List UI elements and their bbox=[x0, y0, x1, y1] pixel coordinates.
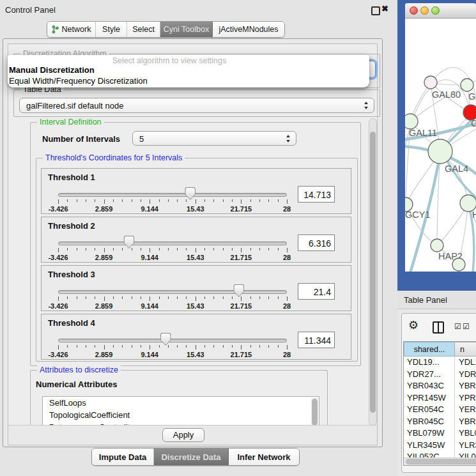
tick-mark bbox=[223, 248, 224, 250]
cell-name: YBR0 bbox=[455, 380, 476, 392]
threshold-2-value[interactable]: 6.316 bbox=[298, 234, 335, 251]
network-canvas[interactable]: GAL80GACGAL11GAL4GCY1HHAP2 bbox=[405, 19, 476, 272]
tab-cyni-toolbox[interactable]: Cyni Toolbox bbox=[160, 22, 213, 37]
tick-mark bbox=[67, 248, 68, 250]
table-row[interactable]: YBL079WYBL0 bbox=[404, 427, 476, 440]
tick-mark bbox=[278, 296, 279, 299]
table-row[interactable]: YER054CYER0 bbox=[404, 404, 476, 416]
table-row[interactable]: YBR045CYBR0 bbox=[404, 416, 476, 428]
tick-mark bbox=[287, 296, 288, 301]
table-horizontal-scrollbar[interactable] bbox=[404, 457, 476, 466]
tab-network[interactable]: Network bbox=[47, 22, 96, 37]
panel-vertical-scrollbar[interactable] bbox=[369, 118, 377, 426]
tick-mark bbox=[213, 199, 214, 202]
network-node[interactable] bbox=[424, 76, 437, 89]
cell-name: YER0 bbox=[455, 404, 476, 416]
table-row[interactable]: YBR043CYBR0 bbox=[404, 380, 476, 392]
mac-close-icon[interactable] bbox=[410, 6, 418, 15]
thresholds-group: Threshold's Coordinates for 5 Intervals … bbox=[36, 158, 358, 362]
node-table: shared... n YDL19...YDL1YDR27...YDR2YBR0… bbox=[403, 341, 476, 466]
table-panel-body: ⚙ ☑ ☑ shared... n YDL19...YDL1YDR27...YD… bbox=[397, 309, 476, 476]
gear-icon[interactable]: ⚙ bbox=[408, 319, 418, 332]
network-node[interactable] bbox=[428, 139, 452, 164]
algorithm-option-equal-width[interactable]: Equal Width/Frequency Discretization bbox=[9, 76, 148, 86]
threshold-1-value[interactable]: 14.713 bbox=[298, 186, 335, 203]
num-intervals-combo[interactable]: 5 bbox=[132, 131, 296, 146]
tick-label: 21.715 bbox=[231, 351, 252, 358]
mac-minimize-icon[interactable] bbox=[420, 6, 429, 15]
threshold-2-slider[interactable]: -3.4262.8599.14415.4321.71528 bbox=[58, 236, 287, 262]
network-node[interactable] bbox=[452, 258, 465, 271]
network-node[interactable] bbox=[405, 114, 418, 129]
tick-mark bbox=[67, 199, 68, 202]
threshold-1-slider[interactable]: -3.4262.8599.14415.4321.71528 bbox=[58, 188, 287, 213]
table-row[interactable]: YPR145WYPR1 bbox=[404, 392, 476, 404]
scrollbar-thumb[interactable] bbox=[370, 132, 376, 413]
tick-mark bbox=[177, 199, 178, 202]
tab-jactivemnodules[interactable]: jActiveMNodules bbox=[213, 22, 284, 37]
attributes-legend: Attributes to discretize bbox=[37, 365, 121, 374]
tab-discretize-data[interactable]: Discretize Data bbox=[154, 449, 229, 465]
tick-mark bbox=[177, 345, 178, 348]
cell-name: YBL0 bbox=[455, 427, 476, 440]
tick-mark bbox=[268, 296, 269, 299]
checkbox-icon[interactable]: ☑ bbox=[454, 322, 461, 331]
tick-mark bbox=[122, 296, 123, 299]
table-row[interactable]: YIL052CYIL0 bbox=[404, 451, 476, 457]
tick-mark bbox=[259, 296, 260, 299]
numerical-attributes-label: Numerical Attributes bbox=[36, 380, 117, 389]
attributes-list[interactable]: SelfLoopsTopologicalCoefficientBetweenne… bbox=[42, 396, 319, 427]
column-header-shared-name[interactable]: shared... bbox=[404, 342, 455, 357]
table-row[interactable]: YDR27...YDR2 bbox=[404, 369, 476, 381]
tick-mark bbox=[86, 248, 86, 250]
network-node-label: H bbox=[472, 210, 476, 220]
algorithm-option-manual[interactable]: Manual Discretization bbox=[9, 65, 95, 75]
tick-mark bbox=[95, 345, 95, 348]
num-intervals-value: 5 bbox=[139, 134, 144, 143]
scrollbar-thumb[interactable] bbox=[406, 459, 476, 464]
attributes-list-scrollbar[interactable] bbox=[311, 397, 318, 427]
slider-thumb[interactable] bbox=[160, 333, 171, 346]
tab-impute-data[interactable]: Impute Data bbox=[92, 449, 154, 465]
split-columns-icon[interactable] bbox=[433, 321, 444, 334]
attribute-item[interactable]: TopologicalCoefficient bbox=[43, 409, 319, 421]
threshold-4-slider[interactable]: -3.4262.8599.14415.4321.71528 bbox=[58, 334, 287, 359]
table-data-combo[interactable]: galFiltered.sif default node bbox=[19, 98, 374, 113]
tick-mark bbox=[67, 296, 68, 299]
network-node[interactable] bbox=[431, 239, 443, 252]
tick-mark bbox=[241, 248, 242, 252]
table-row[interactable]: YLR345WYLR3 bbox=[404, 440, 476, 452]
panel-title: Control Panel bbox=[5, 5, 56, 15]
tick-mark bbox=[287, 345, 288, 349]
slider-thumb[interactable] bbox=[233, 284, 244, 297]
slider-thumb[interactable] bbox=[185, 187, 196, 200]
tick-mark bbox=[186, 199, 187, 202]
network-node[interactable] bbox=[461, 79, 473, 91]
slider-track bbox=[58, 242, 287, 245]
apply-button[interactable]: Apply bbox=[162, 428, 204, 442]
tick-mark bbox=[278, 199, 279, 202]
column-header-name[interactable]: n bbox=[455, 342, 476, 357]
tab-select[interactable]: Select bbox=[127, 22, 160, 37]
cell-shared-name: YDR27... bbox=[404, 369, 455, 381]
checkbox-icon[interactable]: ☑ bbox=[463, 322, 470, 331]
slider-thumb[interactable] bbox=[123, 236, 134, 249]
attribute-item[interactable]: SelfLoops bbox=[43, 397, 319, 409]
tab-infer-network[interactable]: Infer Network bbox=[229, 449, 299, 465]
tick-mark bbox=[104, 345, 105, 349]
tab-style[interactable]: Style bbox=[96, 22, 127, 37]
tick-mark bbox=[213, 296, 214, 299]
tick-mark bbox=[58, 248, 59, 252]
tick-label: 2.859 bbox=[95, 205, 113, 213]
float-window-icon[interactable] bbox=[371, 6, 380, 15]
tick-mark bbox=[67, 345, 68, 348]
close-icon[interactable]: ✖ bbox=[381, 4, 388, 13]
tick-mark bbox=[58, 345, 59, 349]
table-row[interactable]: YDL19...YDL1 bbox=[404, 357, 476, 369]
threshold-3-slider[interactable]: -3.4262.8599.14415.4321.71528 bbox=[58, 285, 287, 311]
mac-zoom-icon[interactable] bbox=[431, 6, 440, 15]
threshold-3-value[interactable]: 21.4 bbox=[298, 283, 335, 300]
slider-ticks bbox=[58, 296, 287, 302]
threshold-4-value[interactable]: 11.344 bbox=[298, 332, 335, 348]
tick-mark bbox=[132, 345, 132, 348]
